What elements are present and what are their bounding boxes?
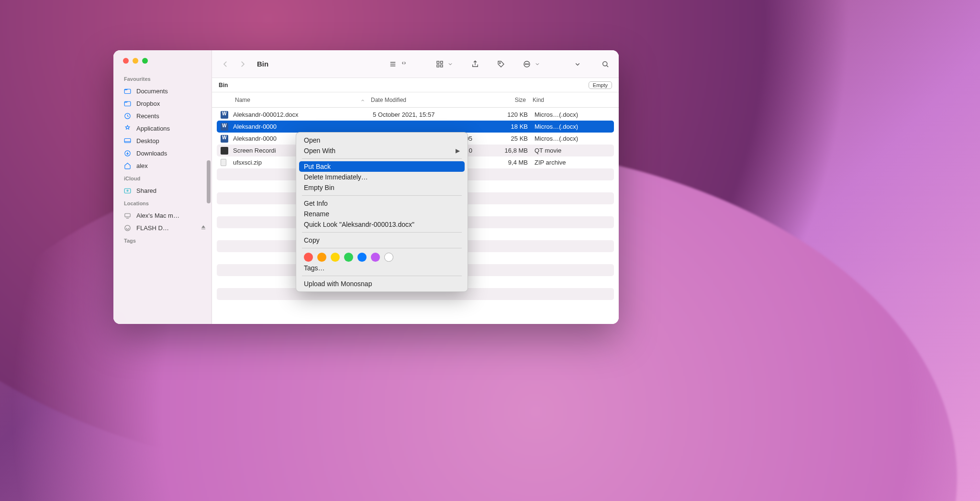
ctx-delete-immediately[interactable]: Delete Immediately… (296, 172, 468, 182)
word-doc-icon (221, 135, 229, 143)
overflow-button[interactable] (571, 57, 584, 71)
sidebar-header-locations: Locations (113, 200, 212, 209)
folder-icon (123, 99, 132, 108)
close-window-button[interactable] (123, 58, 129, 64)
chevron-down-icon[interactable] (535, 57, 540, 71)
sidebar-item-label: alex (136, 162, 148, 169)
ctx-open[interactable]: Open (296, 135, 468, 145)
empty-bin-button[interactable]: Empty (589, 81, 612, 89)
svg-rect-7 (124, 213, 130, 217)
zip-icon (221, 159, 229, 166)
sidebar-item-label: FLASH D… (136, 224, 169, 232)
svg-point-6 (127, 190, 128, 191)
sidebar-item-desktop[interactable]: Desktop (113, 134, 212, 147)
sidebar-header-tags: Tags (113, 238, 212, 246)
column-headers: Name Date Modified Size Kind (212, 92, 619, 108)
tag-red[interactable] (304, 253, 313, 262)
window-title: Bin (257, 60, 268, 68)
svg-rect-9 (437, 61, 439, 64)
ctx-tags[interactable]: Tags… (296, 263, 468, 273)
sidebar-item-flash[interactable]: FLASH D… (113, 222, 212, 234)
back-button[interactable] (219, 57, 232, 71)
zoom-window-button[interactable] (142, 58, 148, 64)
sidebar-scrollbar[interactable] (207, 160, 211, 203)
sidebar: Favourites Documents Dropbox Recents App… (113, 50, 212, 324)
location-label: Bin (219, 82, 228, 89)
sidebar-item-label: Recents (136, 112, 159, 120)
apps-icon (123, 124, 132, 133)
ctx-tag-colors (296, 251, 468, 263)
forward-button[interactable] (236, 57, 249, 71)
svg-rect-3 (124, 138, 131, 143)
column-name[interactable]: Name (235, 97, 371, 103)
ctx-put-back[interactable]: Put Back (299, 161, 465, 172)
timemachine-icon (123, 223, 132, 232)
sidebar-item-recents[interactable]: Recents (113, 110, 212, 122)
svg-rect-11 (437, 65, 439, 67)
share-button[interactable] (468, 57, 482, 71)
separator (302, 195, 462, 196)
pathbar: Bin Empty (212, 78, 619, 92)
sidebar-item-downloads[interactable]: Downloads (113, 147, 212, 159)
sidebar-item-mac[interactable]: Alex's Mac m… (113, 209, 212, 222)
sidebar-item-label: Desktop (136, 137, 159, 145)
window-controls (113, 58, 212, 72)
movie-icon (221, 147, 229, 155)
separator (302, 232, 462, 233)
ctx-quick-look[interactable]: Quick Look "Aleksandr-000013.docx" (296, 219, 468, 230)
separator (302, 158, 462, 159)
sidebar-header-icloud: iCloud (113, 176, 212, 184)
file-row[interactable]: Aleksandr-000012.docx5 October 2021, 15:… (217, 109, 614, 121)
column-size[interactable]: Size (477, 97, 533, 103)
sidebar-item-documents[interactable]: Documents (113, 85, 212, 97)
home-icon (123, 161, 132, 170)
tag-button[interactable] (494, 57, 508, 71)
download-icon (123, 149, 132, 157)
view-menu-chevron-icon[interactable] (401, 57, 407, 71)
desktop-icon (123, 136, 132, 145)
tag-blue[interactable] (357, 253, 367, 262)
ctx-copy[interactable]: Copy (296, 235, 468, 245)
chevron-down-icon[interactable] (447, 57, 453, 71)
tag-yellow[interactable] (331, 253, 340, 262)
sidebar-header-favourites: Favourites (113, 76, 212, 85)
eject-icon[interactable] (200, 224, 207, 232)
word-doc-icon (221, 123, 229, 131)
minimize-window-button[interactable] (133, 58, 138, 64)
chevron-right-icon: ▶ (456, 147, 460, 154)
sidebar-item-label: Documents (136, 88, 168, 95)
sidebar-item-applications[interactable]: Applications (113, 122, 212, 134)
sidebar-item-label: Downloads (136, 150, 167, 157)
sidebar-item-shared[interactable]: Shared (113, 184, 212, 197)
view-list-button[interactable] (386, 57, 400, 71)
sidebar-item-label: Shared (136, 187, 156, 194)
tag-green[interactable] (344, 253, 353, 262)
column-date[interactable]: Date Modified (371, 97, 477, 103)
ctx-empty-bin[interactable]: Empty Bin (296, 182, 468, 193)
column-kind[interactable]: Kind (533, 97, 619, 103)
tag-purple[interactable] (371, 253, 380, 262)
file-row[interactable]: Aleksandr-000018 KBMicros…(.docx) (217, 121, 614, 133)
separator (302, 276, 462, 276)
context-menu: Open Open With▶ Put Back Delete Immediat… (296, 132, 468, 292)
search-button[interactable] (599, 57, 612, 71)
tag-none[interactable] (384, 253, 393, 262)
ctx-upload-monosnap[interactable]: Upload with Monosnap (296, 278, 468, 289)
sidebar-item-label: Applications (136, 125, 170, 132)
clock-icon (123, 111, 132, 120)
ctx-rename[interactable]: Rename (296, 209, 468, 219)
svg-point-13 (500, 62, 501, 63)
group-button[interactable] (433, 57, 446, 71)
ctx-get-info[interactable]: Get Info (296, 198, 468, 209)
sidebar-item-label: Alex's Mac m… (136, 212, 179, 219)
ctx-open-with[interactable]: Open With▶ (296, 145, 468, 156)
word-doc-icon (221, 111, 229, 119)
folder-icon (123, 87, 132, 95)
tag-orange[interactable] (317, 253, 326, 262)
sidebar-item-dropbox[interactable]: Dropbox (113, 97, 212, 110)
action-button[interactable] (520, 57, 534, 71)
shared-folder-icon (123, 186, 132, 195)
toolbar: Bin (212, 50, 619, 78)
svg-point-18 (603, 61, 607, 66)
sidebar-item-home[interactable]: alex (113, 159, 212, 172)
